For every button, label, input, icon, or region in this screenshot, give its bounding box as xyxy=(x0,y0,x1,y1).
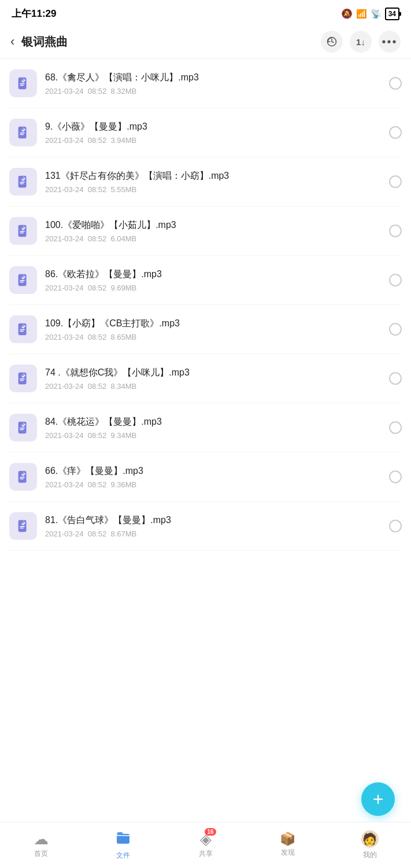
fab-add-icon: + xyxy=(373,790,384,808)
file-meta: 2021-03-24 08:52 9.36MB xyxy=(45,480,383,489)
sort-icon: 1↓ xyxy=(356,37,365,47)
nav-item-mine[interactable]: 🧑 我的 xyxy=(329,830,411,860)
battery-indicator: 34 xyxy=(385,8,399,20)
file-icon xyxy=(9,365,37,392)
status-bar: 上午11:29 🔕 📶 📡 34 xyxy=(0,0,411,25)
file-item-9[interactable]: 66.《痒》【曼曼】.mp3 2021-03-24 08:52 9.36MB xyxy=(9,453,402,502)
svg-rect-39 xyxy=(20,528,24,528)
file-icon xyxy=(9,512,37,540)
back-button[interactable]: ‹ xyxy=(10,35,14,48)
share-badge-container: ◈ 16 xyxy=(200,832,212,847)
svg-rect-27 xyxy=(20,380,24,381)
svg-rect-10 xyxy=(20,182,24,182)
file-item-1[interactable]: 68.《禽尽人》【演唱：小咪儿】.mp3 2021-03-24 08:52 8.… xyxy=(9,59,402,108)
file-select-circle[interactable] xyxy=(389,126,402,139)
file-info: 100.《爱啪啪》【小茹儿】.mp3 2021-03-24 08:52 6.04… xyxy=(45,219,383,242)
svg-rect-31 xyxy=(20,429,24,430)
file-name: 66.《痒》【曼曼】.mp3 xyxy=(45,465,383,477)
file-name: 81.《告白气球》【曼曼】.mp3 xyxy=(45,514,383,527)
svg-rect-6 xyxy=(20,133,24,133)
file-item-2[interactable]: 9.《小薇》【曼曼】.mp3 2021-03-24 08:52 3.94MB xyxy=(9,108,402,157)
mute-icon: 🔕 xyxy=(341,8,353,19)
file-info: 84.《桃花运》【曼曼】.mp3 2021-03-24 08:52 9.34MB xyxy=(45,415,383,439)
file-meta: 2021-03-24 08:52 8.67MB xyxy=(45,529,383,538)
home-icon: ☁ xyxy=(34,832,49,847)
file-name: 9.《小薇》【曼曼】.mp3 xyxy=(45,120,383,133)
discover-label: 发现 xyxy=(281,848,295,858)
file-info: 68.《禽尽人》【演唱：小咪儿】.mp3 2021-03-24 08:52 8.… xyxy=(45,71,383,95)
file-select-circle[interactable] xyxy=(389,421,402,434)
file-meta: 2021-03-24 08:52 3.94MB xyxy=(45,136,383,145)
share-badge: 16 xyxy=(205,828,216,836)
svg-rect-7 xyxy=(20,134,24,135)
nav-item-files[interactable]: 文件 xyxy=(82,830,164,860)
svg-rect-19 xyxy=(20,282,24,282)
sort-button[interactable]: 1↓ xyxy=(350,31,372,53)
svg-rect-2 xyxy=(20,83,24,84)
file-select-circle[interactable] xyxy=(389,77,402,90)
file-icon xyxy=(9,168,37,196)
file-select-circle[interactable] xyxy=(389,274,402,286)
svg-rect-11 xyxy=(20,183,24,184)
file-select-circle[interactable] xyxy=(389,225,402,237)
file-icon xyxy=(9,414,37,442)
file-item-8[interactable]: 84.《桃花运》【曼曼】.mp3 2021-03-24 08:52 9.34MB xyxy=(9,403,402,453)
svg-rect-18 xyxy=(20,280,24,281)
mine-label: 我的 xyxy=(363,850,377,860)
more-button[interactable]: ••• xyxy=(379,31,401,53)
file-name: 109.【小窈】《CB主打歌》.mp3 xyxy=(45,317,383,330)
svg-rect-23 xyxy=(20,331,24,332)
file-name: 86.《欧若拉》【曼曼】.mp3 xyxy=(45,268,383,281)
file-item-3[interactable]: 131《奸尽占有你的美》【演唱：小窈】.mp3 2021-03-24 08:52… xyxy=(9,157,402,207)
svg-rect-14 xyxy=(20,231,24,231)
file-info: 131《奸尽占有你的美》【演唱：小窈】.mp3 2021-03-24 08:52… xyxy=(45,170,383,193)
files-icon xyxy=(115,830,131,848)
file-meta: 2021-03-24 08:52 9.69MB xyxy=(45,284,383,292)
file-info: 86.《欧若拉》【曼曼】.mp3 2021-03-24 08:52 9.69MB xyxy=(45,268,383,292)
file-item-7[interactable]: 74 .《就想你C我》【小咪儿】.mp3 2021-03-24 08:52 8.… xyxy=(9,354,402,403)
file-select-circle[interactable] xyxy=(389,520,402,532)
history-button[interactable] xyxy=(321,31,343,53)
file-icon xyxy=(9,315,37,343)
file-name: 131《奸尽占有你的美》【演唱：小窈】.mp3 xyxy=(45,170,383,182)
avatar-image: 🧑 xyxy=(362,832,377,846)
file-meta: 2021-03-24 08:52 6.04MB xyxy=(45,234,383,243)
svg-rect-3 xyxy=(20,85,24,86)
bottom-nav: ☁ 首页 文件 ◈ 16 共享 📦 发现 🧑 我的 xyxy=(0,822,411,868)
file-select-circle[interactable] xyxy=(389,470,402,483)
signal-icon: 📶 xyxy=(356,9,367,19)
avatar: 🧑 xyxy=(361,830,379,848)
page-title: 银词燕曲 xyxy=(21,34,321,50)
share-label: 共享 xyxy=(199,849,213,859)
file-info: 66.《痒》【曼曼】.mp3 2021-03-24 08:52 9.36MB xyxy=(45,465,383,488)
nav-item-home[interactable]: ☁ 首页 xyxy=(0,832,82,859)
file-select-circle[interactable] xyxy=(389,175,402,188)
file-meta: 2021-03-24 08:52 8.65MB xyxy=(45,333,383,341)
nav-item-discover[interactable]: 📦 发现 xyxy=(247,833,329,858)
svg-rect-22 xyxy=(20,329,24,330)
svg-rect-35 xyxy=(20,479,24,479)
file-info: 109.【小窈】《CB主打歌》.mp3 2021-03-24 08:52 8.6… xyxy=(45,317,383,341)
file-meta: 2021-03-24 08:52 5.55MB xyxy=(45,185,383,194)
file-icon xyxy=(9,266,37,294)
file-icon xyxy=(9,69,37,97)
file-select-circle[interactable] xyxy=(389,323,402,336)
file-select-circle[interactable] xyxy=(389,372,402,385)
svg-rect-34 xyxy=(20,477,24,477)
fab-add-button[interactable]: + xyxy=(361,782,395,816)
file-meta: 2021-03-24 08:52 8.32MB xyxy=(45,87,383,95)
file-item-10[interactable]: 81.《告白气球》【曼曼】.mp3 2021-03-24 08:52 8.67M… xyxy=(9,502,402,551)
file-item-4[interactable]: 100.《爱啪啪》【小茹儿】.mp3 2021-03-24 08:52 6.04… xyxy=(9,207,402,256)
file-info: 9.《小薇》【曼曼】.mp3 2021-03-24 08:52 3.94MB xyxy=(45,120,383,144)
file-icon xyxy=(9,119,37,146)
nav-item-share[interactable]: ◈ 16 共享 xyxy=(164,832,246,859)
header: ‹ 银词燕曲 1↓ ••• xyxy=(0,25,411,59)
svg-rect-38 xyxy=(20,526,24,527)
file-icon xyxy=(9,463,37,491)
file-item-6[interactable]: 109.【小窈】《CB主打歌》.mp3 2021-03-24 08:52 8.6… xyxy=(9,305,402,354)
wifi-icon: 📡 xyxy=(371,9,382,19)
file-item-5[interactable]: 86.《欧若拉》【曼曼】.mp3 2021-03-24 08:52 9.69MB xyxy=(9,256,402,305)
file-name: 100.《爱啪啪》【小茹儿】.mp3 xyxy=(45,219,383,231)
more-icon: ••• xyxy=(382,35,397,49)
home-label: 首页 xyxy=(34,849,48,859)
